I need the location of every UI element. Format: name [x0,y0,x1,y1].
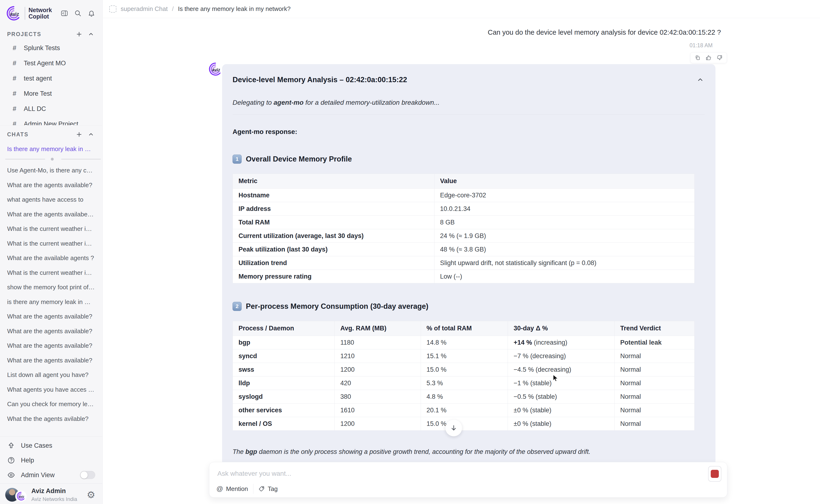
value-cell: Low (--) [434,270,694,283]
delta-cell: −1 % (stable) [508,376,615,390]
search-icon[interactable] [74,10,82,17]
value-cell: Slight upward drift, not statistically s… [434,256,694,270]
sidebar-item-project[interactable]: #More Test [0,86,102,101]
table-row: Peak utilization (last 30 days)48 % (≈ 3… [233,243,695,256]
verdict-cell: Normal [615,376,695,390]
table-row: bgp118014.8 %+14 % (increasing)Potential… [233,336,695,349]
table-header-row: MetricValue [233,174,695,189]
avatar [5,487,27,503]
section-1-heading: 1 Overall Device Memory Profile [233,155,705,164]
table-row: syncd121015.1 %−7 % (decreasing)Normal [233,349,695,363]
thumbs-down-icon[interactable] [716,54,723,61]
chat-input[interactable] [217,468,696,479]
process-cell: lldp [233,376,335,390]
project-label: Test Agent MO [24,60,66,67]
assistant-avatar [209,62,222,76]
process-cell: bgp [233,336,335,349]
process-cell: syncd [233,349,335,363]
projects-list: #Splunk Tests#Test Agent MO#test agent#M… [0,40,102,125]
process-cell: other services [233,404,335,417]
sidebar-chat-item[interactable]: What agents you have acces to? [0,382,102,397]
ram-cell: 1200 [334,363,421,376]
scroll-to-bottom-button[interactable] [445,420,462,436]
sidebar-chat-item[interactable]: What are the agents available? [0,338,102,353]
value-cell: 48 % (≈ 3.8 GB) [434,243,694,256]
chat-scroll-area[interactable]: Can you do the device level memory analy… [103,18,820,504]
sidebar-item-project[interactable]: #Admin New Project [0,116,102,125]
ram-cell: 420 [334,376,421,390]
delta-cell: ±0 % (stable) [508,417,615,431]
sidebar-item-project[interactable]: #Test Agent MO [0,56,102,71]
sidebar-chat-item[interactable]: What are the agents available? [0,309,102,324]
sidebar-chat-item[interactable]: What are the available agents ? [0,251,102,266]
sidebar-chat-item[interactable]: List down all agent you have? [0,368,102,382]
sidebar-chat-item[interactable]: What is the current weather in ... [0,266,102,280]
sidebar-chat-item[interactable]: show the memory foot print of m... [0,280,102,295]
column-header: Trend Verdict [615,321,695,336]
sidebar-chat-item[interactable]: What is the current weather in ... [0,222,102,236]
ram-cell: 1180 [334,336,421,349]
use-cases-label: Use Cases [21,442,52,449]
sidebar-chat-item[interactable]: What is the current weather in ... [0,236,102,251]
at-icon: @ [216,485,223,493]
chats-section-header: CHATS [0,125,102,141]
stop-button[interactable] [708,466,721,482]
sidebar-item-project[interactable]: #Splunk Tests [0,40,102,56]
collapse-card-icon[interactable] [696,76,705,84]
column-header: Avg. RAM (MB) [334,321,421,336]
collapse-projects-icon[interactable] [87,30,95,38]
collapse-chats-icon[interactable] [87,131,95,138]
sidebar-chat-item[interactable]: is there any memory leak in my... [0,295,102,309]
table-row: Current utilization (average, last 30 da… [233,229,695,243]
delta-value: ±0 % [514,407,528,414]
ram-cell: 380 [334,390,421,404]
question-circle-icon [7,456,15,464]
sidebar-item-project[interactable]: #ALL DC [0,101,102,116]
gear-icon[interactable]: ⚙ [87,490,95,499]
sidebar-chat-item[interactable]: what agents have access to [0,192,102,207]
bell-icon[interactable] [88,10,95,17]
ram-cell: 1210 [334,349,421,363]
table-row: Memory pressure ratingLow (--) [233,270,695,283]
ram-cell: 1610 [334,404,421,417]
project-label: Splunk Tests [24,44,60,52]
metric-cell: Total RAM [233,216,434,229]
admin-view-toggle[interactable] [80,471,95,479]
copy-icon[interactable] [694,54,701,61]
sidebar-chat-item[interactable]: What are the agents available? [0,178,102,193]
value-cell: Edge-core-3702 [434,189,694,202]
hash-icon: # [11,90,18,97]
sidebar-chat-item[interactable]: What are the agents available? [0,324,102,339]
help-label: Help [21,457,34,464]
sidebar-chat-active[interactable]: Is there any memory leak in my ... [0,141,102,155]
ram-cell: 1200 [334,417,421,431]
add-chat-icon[interactable] [75,131,83,138]
column-header: % of total RAM [421,321,508,336]
breadcrumb-root[interactable]: superadmin Chat [121,5,168,13]
product-name: Network Copilot [25,7,52,20]
column-header: Value [434,174,694,189]
sidebar-chat-item[interactable]: What the the agents avilable? [0,412,102,426]
add-project-icon[interactable] [75,30,83,38]
pct-cell: 15.0 % [421,363,508,376]
sidebar-chat-item[interactable]: Can you check for memory leak i... [0,397,102,412]
sidebar-chat-item[interactable]: What are the agents available? [0,353,102,368]
sidebar-item-project[interactable]: #test agent [0,71,102,86]
thumbs-up-icon[interactable] [705,54,712,61]
user-name: Aviz Admin [31,487,77,495]
tag-button[interactable]: Tag [259,485,278,493]
help-button[interactable]: Help [0,453,102,468]
sidebar-chat-item[interactable]: What are the agents availabe in... [0,207,102,222]
mention-button[interactable]: @ Mention [216,485,248,493]
delta-cell: −4.5 % (decreasing) [508,363,615,376]
card-title: Device-level Memory Analysis – 02:42:0a:… [233,76,407,84]
tag-icon [259,486,265,492]
use-cases-button[interactable]: Use Cases [0,438,102,453]
breadcrumb-separator: / [172,5,174,13]
collapse-sidebar-icon[interactable] [61,10,68,17]
upload-icon [7,442,15,450]
sidebar-chat-item[interactable]: Use Agent-Mo, is there any cata... [0,163,102,178]
value-cell: 24 % (≈ 1.9 GB) [434,229,694,243]
user-profile[interactable]: Aviz Admin Aviz Networks India ⚙ [0,484,102,503]
project-label: ALL DC [24,105,46,113]
